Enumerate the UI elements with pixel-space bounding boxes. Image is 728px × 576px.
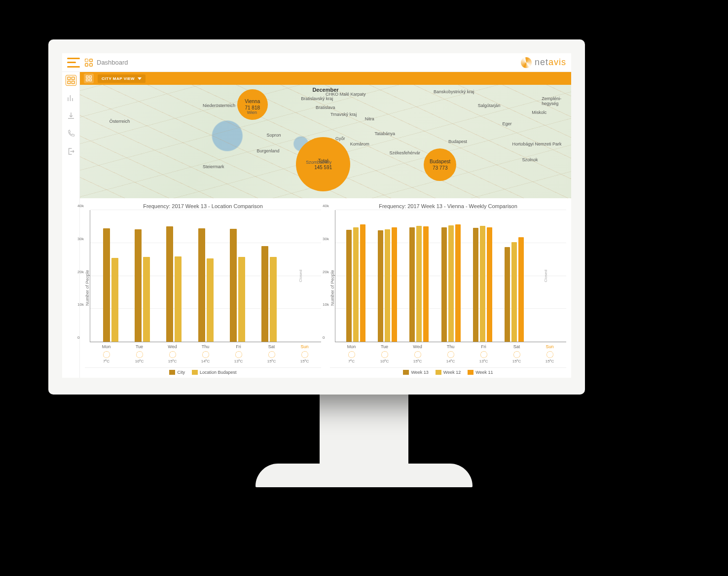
bar[interactable]: [448, 225, 454, 342]
bar[interactable]: [261, 246, 268, 342]
sun-icon: [447, 351, 454, 358]
weather-cell: 10ºC: [123, 349, 156, 365]
map-city-label: Steiermark: [203, 164, 224, 169]
bar[interactable]: [385, 229, 390, 342]
map-city-label: Székesfehérvár: [389, 150, 420, 155]
y-tick: 0: [323, 335, 325, 340]
weather-cell: 15ºC: [255, 349, 288, 365]
legend-item[interactable]: Week 13: [403, 370, 428, 375]
bar[interactable]: [518, 237, 524, 342]
bar[interactable]: [103, 228, 110, 342]
bar[interactable]: [473, 228, 478, 342]
map-city-label: Bratislava: [316, 105, 335, 110]
layout-icon[interactable]: [84, 73, 94, 83]
bar[interactable]: [360, 224, 365, 342]
menu-icon[interactable]: [67, 58, 80, 68]
bar[interactable]: [511, 242, 517, 342]
city-map[interactable]: December Vienna 71 818 Total 145 591 Bud…: [80, 85, 571, 198]
bar[interactable]: [346, 230, 352, 342]
map-bubble-budapest[interactable]: Budapest 73 773: [424, 148, 456, 181]
closed-label: Closed: [544, 270, 548, 282]
legend-label: Location Budapest: [200, 370, 237, 375]
download-icon: [67, 111, 75, 120]
logout-icon: [67, 147, 75, 156]
map-city-label: Wien: [247, 110, 257, 115]
bar[interactable]: [441, 227, 447, 342]
bar-group: [95, 210, 126, 342]
bar[interactable]: [353, 227, 359, 342]
view-selector-dropdown[interactable]: CITY MAP VIEW: [98, 74, 146, 83]
bar-group: [221, 210, 253, 342]
bar[interactable]: [135, 229, 142, 342]
weather-cell: 7ºC: [335, 349, 368, 365]
bar[interactable]: [409, 227, 415, 342]
brand-prefix: net: [535, 57, 548, 67]
app-screen: Dashboard netavis: [62, 53, 571, 378]
bar[interactable]: [143, 257, 150, 342]
bar[interactable]: [505, 247, 510, 342]
legend-item[interactable]: Location Budapest: [192, 370, 237, 375]
chart-title: Frequency: 2017 Week 13 - Vienna - Weekl…: [327, 200, 569, 210]
weather-temp: 15ºC: [546, 359, 554, 363]
bar[interactable]: [166, 226, 173, 342]
bar[interactable]: [378, 230, 383, 342]
weather-temp: 10ºC: [135, 359, 144, 363]
bar[interactable]: [455, 224, 461, 342]
brand-swirl-icon: [521, 57, 532, 68]
bar[interactable]: [480, 226, 485, 342]
x-tick: Sat: [255, 342, 288, 349]
bar[interactable]: [207, 258, 214, 342]
sun-icon: [348, 351, 355, 358]
view-selector-label: CITY MAP VIEW: [102, 76, 135, 81]
bar-group: [127, 210, 158, 342]
bar[interactable]: [392, 227, 397, 342]
svg-rect-7: [89, 79, 91, 81]
bar[interactable]: [487, 227, 492, 342]
legend-swatch: [403, 370, 409, 375]
bar[interactable]: [111, 258, 118, 342]
bar-group: [253, 210, 285, 342]
weather-temp: 15ºC: [267, 359, 276, 363]
bar[interactable]: [238, 257, 245, 342]
weather-cell: 13ºC: [467, 349, 500, 365]
sun-icon: [103, 351, 110, 358]
sidebar-item-download[interactable]: [66, 110, 76, 121]
bar[interactable]: [270, 257, 277, 342]
sidebar-item-dashboard[interactable]: [66, 75, 76, 86]
chart-legend: Week 13Week 12Week 11: [330, 367, 566, 378]
map-city-label: Salgótarján: [478, 103, 501, 108]
bar[interactable]: [198, 228, 205, 342]
legend-item[interactable]: Week 12: [436, 370, 461, 375]
phone-icon: [67, 129, 75, 138]
x-tick: Thu: [434, 342, 467, 349]
legend-label: Week 11: [475, 370, 493, 375]
y-axis-label: Number of People: [330, 210, 335, 365]
map-city-label: Österreich: [109, 119, 130, 124]
legend-item[interactable]: Week 11: [468, 370, 493, 375]
bar[interactable]: [175, 256, 182, 342]
weather-cell: 15ºC: [533, 349, 566, 365]
weather-temp: 13ºC: [234, 359, 243, 363]
bar[interactable]: [423, 226, 429, 342]
sidebar-item-logout[interactable]: [66, 146, 76, 157]
map-city-label: Hortobágyi Nemzeti Park: [512, 142, 561, 146]
bar[interactable]: [230, 229, 237, 342]
weather-cell: 15ºC: [156, 349, 189, 365]
map-bubble-vienna[interactable]: Vienna 71 818: [237, 89, 268, 120]
sidebar-item-contact[interactable]: [66, 128, 76, 139]
legend-item[interactable]: City: [169, 370, 185, 375]
weather-temp: 7ºC: [348, 359, 355, 363]
map-city-label: CHKO Malé Karpaty: [326, 92, 366, 97]
map-city-label: Zempléni-hegység: [542, 96, 571, 106]
x-tick: Thu: [189, 342, 222, 349]
chart-panel: Frequency: 2017 Week 13 - Vienna - Weekl…: [327, 200, 569, 378]
sun-icon: [202, 351, 209, 358]
map-city-label: Niederösterreich: [203, 103, 235, 108]
map-city-label: Komárom: [350, 142, 369, 146]
sidebar-item-analytics[interactable]: [66, 93, 76, 104]
bar-group: [498, 210, 530, 342]
bar[interactable]: [416, 226, 422, 342]
legend-swatch: [192, 370, 198, 375]
page-title: Dashboard: [97, 59, 128, 66]
chart-panel: Frequency: 2017 Week 13 - Location Compa…: [82, 200, 324, 378]
